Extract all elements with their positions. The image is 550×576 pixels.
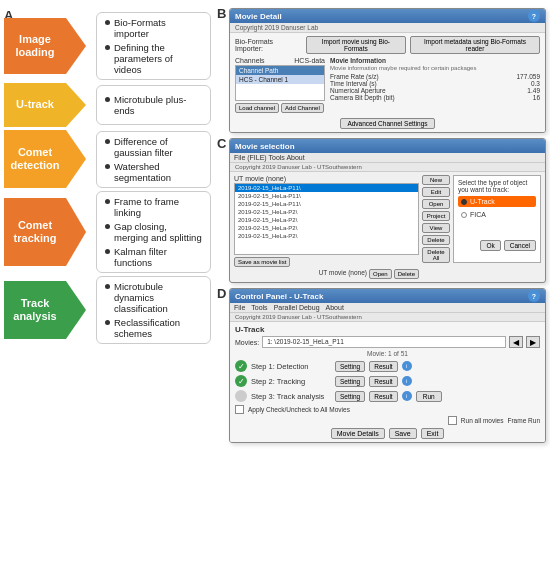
import-metadata-btn[interactable]: Import metadata using Bio-Formats reader xyxy=(410,36,540,54)
menu-file[interactable]: File (FILE) Tools About xyxy=(234,154,305,161)
step-label-image-loading: Image loading xyxy=(4,33,66,59)
add-channel-btn[interactable]: Add Channel xyxy=(281,103,324,113)
new-btn[interactable]: New xyxy=(422,175,450,185)
channel-item[interactable]: HCS - Channel 1 xyxy=(236,75,324,84)
step2-result-btn[interactable]: Result xyxy=(369,376,397,387)
step-comet-detection: Comet detection Difference of gaussian f… xyxy=(4,130,211,188)
step-track-analysis: Track analysis Microtubule dynamics clas… xyxy=(4,276,211,344)
cancel-btn[interactable]: Cancel xyxy=(504,240,536,251)
file-item-3[interactable]: 2019-02-15_HeLa-P11\ xyxy=(235,200,418,208)
check-step3-empty xyxy=(235,390,247,402)
section-label-d: D xyxy=(217,286,226,301)
movie-details-btn[interactable]: Movie Details xyxy=(331,428,385,439)
step2-label: Step 2: Tracking xyxy=(251,377,331,386)
save-btn-d[interactable]: Save xyxy=(389,428,417,439)
run-btn[interactable]: Run xyxy=(416,391,442,402)
track-type-box: Select the type of object you want to tr… xyxy=(453,175,541,263)
step1-info-icon: i xyxy=(402,361,412,371)
step1-setting-btn[interactable]: Setting xyxy=(335,361,365,372)
run-all-checkbox[interactable] xyxy=(448,416,457,425)
delete-btn2[interactable]: Delete xyxy=(422,235,450,245)
step1-result-btn[interactable]: Result xyxy=(369,361,397,372)
step2-info-icon: i xyxy=(402,376,412,386)
bullet-box-comet-tracking: Frame to frame linking Gap closing, merg… xyxy=(96,191,211,273)
bullet-dot xyxy=(105,249,110,254)
menu-item-tools[interactable]: Tools xyxy=(251,304,267,311)
bioformats-label: Bio-Formats Importer: xyxy=(235,38,302,52)
step1-label: Step 1: Detection xyxy=(251,362,331,371)
step3-result-btn[interactable]: Result xyxy=(369,391,397,402)
bullet-text: Gap closing, merging and splitting xyxy=(114,221,202,243)
menu-item-file[interactable]: File xyxy=(234,304,245,311)
panel-d-copyright: Copyright 2019 Danuser Lab - UTSouthwest… xyxy=(230,313,545,322)
delete-btn-c[interactable]: Delete xyxy=(394,269,419,279)
track-option-utrack[interactable]: U-Track xyxy=(458,196,536,207)
step3-setting-btn[interactable]: Setting xyxy=(335,391,365,402)
file-item-7[interactable]: 2019-02-15_HeLa-P2\ xyxy=(235,232,418,240)
bullet-dot xyxy=(105,45,110,50)
ok-btn[interactable]: Ok xyxy=(480,240,500,251)
track-option-fica[interactable]: FICA xyxy=(458,209,536,220)
panel-c-menu: File (FILE) Tools About xyxy=(230,153,545,163)
bullet-text: Bio-Formats importer xyxy=(114,17,202,39)
panel-d-menu: File Tools Parallel Debug About xyxy=(230,303,545,313)
panel-b-titlebar: Movie Detail ? xyxy=(230,9,545,23)
apply-checkbox[interactable] xyxy=(235,405,244,414)
check-step1: ✓ xyxy=(235,360,247,372)
delete-all-btn[interactable]: Delete All xyxy=(422,247,450,263)
movie-info-section: Movie Information Movie information mayb… xyxy=(330,57,540,113)
view-btn[interactable]: View xyxy=(422,223,450,233)
project-btn[interactable]: Project xyxy=(422,211,450,221)
panel-c-copyright: Copyright 2019 Danuser Lab - UTSouthwest… xyxy=(230,163,545,172)
menu-item-about[interactable]: About xyxy=(326,304,344,311)
file-item-6[interactable]: 2019-02-15_HeLa-P2\ xyxy=(235,224,418,232)
help-button-d[interactable]: ? xyxy=(528,290,540,302)
next-movie-btn[interactable]: ▶ xyxy=(526,336,540,348)
help-button-b[interactable]: ? xyxy=(528,10,540,22)
bullet-dot xyxy=(105,224,110,229)
bullet-text: Frame to frame linking xyxy=(114,196,202,218)
c-side-buttons: New Edit Open Project View Delete Delete… xyxy=(422,175,450,279)
left-panel: A Image loading Bio-Formats importer Def… xyxy=(0,4,215,572)
bullet-box-image-loading: Bio-Formats importer Defining the parame… xyxy=(96,12,211,80)
panel-c-window: Movie selection File (FILE) Tools About … xyxy=(229,138,546,283)
import-bioformats-btn[interactable]: Import movie using Bio-Formats xyxy=(306,36,406,54)
right-panel: B Movie Detail ? Copyright 2019 Danuser … xyxy=(215,4,550,572)
menu-item-parallel[interactable]: Parallel Debug xyxy=(274,304,320,311)
arrow-comet-tracking: Comet tracking xyxy=(4,198,86,266)
panel-d-body: U-Track Movies: 1: \2019-02-15_HeLa_P11 … xyxy=(230,322,545,442)
channel-header: Channel Path xyxy=(236,66,324,75)
open-btn[interactable]: Open xyxy=(422,199,450,209)
step-label-comet-detection: Comet detection xyxy=(4,146,66,172)
file-item-5[interactable]: 2019-02-15_HeLa-P2\ xyxy=(235,216,418,224)
bullet-dot xyxy=(105,139,110,144)
file-list-section: UT movie (none) 2019-02-15_HeLa-P11\ 201… xyxy=(234,175,419,279)
load-channel-btn[interactable]: Load channel xyxy=(235,103,279,113)
arrow-utrack: U-track xyxy=(4,83,86,127)
step-utrack: U-track Microtubule plus-ends xyxy=(4,83,211,127)
advanced-channel-settings-btn[interactable]: Advanced Channel Settings xyxy=(340,118,434,129)
file-item-4[interactable]: 2019-02-15_HeLa-P2\ xyxy=(235,208,418,216)
edit-btn[interactable]: Edit xyxy=(422,187,450,197)
panel-d-section: D Control Panel - U-Track ? File Tools P… xyxy=(219,288,546,443)
bullet-dot xyxy=(105,284,110,289)
file-item-2[interactable]: 2019-02-15_HeLa-P11\ xyxy=(235,192,418,200)
file-list[interactable]: 2019-02-15_HeLa-P11\ 2019-02-15_HeLa-P11… xyxy=(234,183,419,255)
hcs-label: HCS-data xyxy=(294,57,325,64)
exit-btn-d[interactable]: Exit xyxy=(421,428,445,439)
bullet-dot xyxy=(105,164,110,169)
bullet-text: Microtubule plus-ends xyxy=(114,94,202,116)
panel-b-body: Bio-Formats Importer: Import movie using… xyxy=(230,33,545,132)
step2-setting-btn[interactable]: Setting xyxy=(335,376,365,387)
apply-label: Apply Check/Uncheck to All Movies xyxy=(248,406,350,413)
save-movie-list-btn[interactable]: Save as movie list xyxy=(234,257,290,267)
prev-movie-btn[interactable]: ◀ xyxy=(509,336,523,348)
panel-b-window: Movie Detail ? Copyright 2019 Danuser La… xyxy=(229,8,546,133)
bullet-box-track-analysis: Microtubule dynamics classification Recl… xyxy=(96,276,211,344)
channels-section: Channels HCS-data Channel Path HCS - Cha… xyxy=(235,57,325,113)
open-btn-c[interactable]: Open xyxy=(369,269,392,279)
channels-box: Channel Path HCS - Channel 1 xyxy=(235,65,325,101)
panel-d-window: Control Panel - U-Track ? File Tools Par… xyxy=(229,288,546,443)
file-item-1[interactable]: 2019-02-15_HeLa-P11\ xyxy=(235,184,418,192)
panel-c-title: Movie selection xyxy=(235,142,295,151)
